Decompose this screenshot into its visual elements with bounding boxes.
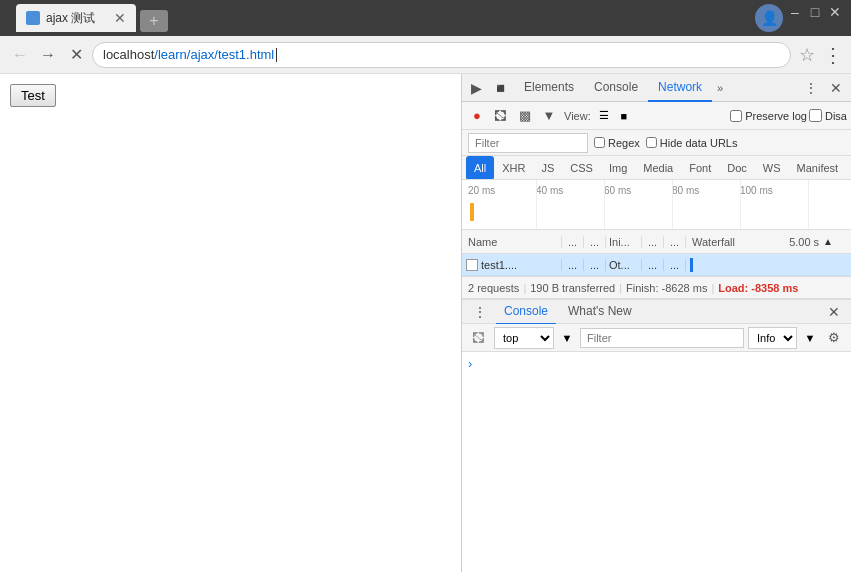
type-tab-other[interactable]: Other bbox=[846, 156, 851, 180]
browser-tab[interactable]: ajax 测试 ✕ bbox=[16, 4, 136, 32]
tab-network[interactable]: Network bbox=[648, 74, 712, 102]
address-bar[interactable]: localhost/learn/ajax/test1.html bbox=[92, 42, 791, 68]
dt-table-header: Name ... ... Ini... ... ... Waterfall 5.… bbox=[462, 230, 851, 254]
console-chevron[interactable]: › bbox=[468, 356, 472, 371]
sort-arrow: ▲ bbox=[823, 236, 833, 247]
th-waterfall: Waterfall 5.00 s ▲ bbox=[686, 236, 839, 248]
tab-favicon bbox=[26, 11, 40, 25]
status-sep1: | bbox=[523, 282, 526, 294]
file-icon bbox=[466, 259, 478, 271]
menu-button[interactable]: ⋮ bbox=[823, 43, 843, 67]
dt-clear-button[interactable]: ⛞ bbox=[490, 105, 512, 127]
td-d4: ... bbox=[664, 259, 686, 271]
main-area: Test http://blog.csdn.net/lmk6...berg ▶ … bbox=[0, 74, 851, 572]
browser-window: ajax 测试 ✕ + 👤 – □ ✕ ← → ✕ localhost/lear… bbox=[0, 0, 851, 572]
tab-elements[interactable]: Elements bbox=[514, 74, 584, 102]
th-ini: Ini... bbox=[606, 236, 642, 248]
hide-data-urls-option[interactable]: Hide data URLs bbox=[646, 137, 738, 149]
devtools-header: ▶ ◾ Elements Console Network » ⋮ ✕ bbox=[462, 74, 851, 102]
test-button[interactable]: Test bbox=[10, 84, 56, 107]
close-button[interactable]: ✕ bbox=[827, 4, 843, 20]
disable-cache-checkbox[interactable] bbox=[809, 109, 822, 122]
status-load: Load: -8358 ms bbox=[718, 282, 798, 294]
devtools-panel: ▶ ◾ Elements Console Network » ⋮ ✕ bbox=[461, 74, 851, 572]
dt-camera-button[interactable]: ▩ bbox=[514, 105, 536, 127]
td-waterfall bbox=[686, 258, 839, 272]
dt-settings-icon[interactable]: ⋮ bbox=[799, 78, 823, 98]
type-tab-xhr[interactable]: XHR bbox=[494, 156, 533, 180]
status-finish: Finish: -8628 ms bbox=[626, 282, 707, 294]
tab-close-button[interactable]: ✕ bbox=[114, 10, 126, 26]
td-d3: ... bbox=[642, 259, 664, 271]
context-select[interactable]: top bbox=[494, 327, 554, 349]
dt-select-icon[interactable]: ▶ bbox=[466, 78, 487, 98]
regex-checkbox[interactable] bbox=[594, 137, 605, 148]
minimize-button[interactable]: – bbox=[787, 4, 803, 20]
dt-console-body: › bbox=[462, 352, 851, 572]
type-tab-ws[interactable]: WS bbox=[755, 156, 789, 180]
dt-console-clear-icon[interactable]: ⛞ bbox=[468, 327, 490, 349]
preserve-log-checkbox[interactable] bbox=[730, 110, 742, 122]
table-row[interactable]: test1.... ... ... Ot... ... ... bbox=[462, 254, 851, 276]
type-tab-js[interactable]: JS bbox=[533, 156, 562, 180]
view-icons: ☰ ■ bbox=[595, 107, 633, 125]
dt-record-button[interactable]: ● bbox=[466, 105, 488, 127]
filter-input[interactable] bbox=[468, 133, 588, 153]
th-dots3: ... bbox=[642, 236, 664, 248]
preserve-log-label[interactable]: Preserve log bbox=[730, 110, 807, 122]
type-tab-media[interactable]: Media bbox=[635, 156, 681, 180]
td-d2: ... bbox=[584, 259, 606, 271]
dt-device-icon[interactable]: ◾ bbox=[487, 78, 514, 98]
status-sep2: | bbox=[619, 282, 622, 294]
dt-network-toolbar: ● ⛞ ▩ ▼ View: ☰ ■ Preserve log Disa bbox=[462, 102, 851, 130]
th-dots1: ... bbox=[562, 236, 584, 248]
nav-bar: ← → ✕ localhost/learn/ajax/test1.html ☆ … bbox=[0, 36, 851, 74]
title-bar: ajax 测试 ✕ + 👤 – □ ✕ bbox=[0, 0, 851, 36]
context-dropdown-icon[interactable]: ▼ bbox=[558, 329, 576, 347]
dt-header-controls: ⋮ ✕ bbox=[799, 78, 847, 98]
url-scheme: localhost bbox=[103, 47, 154, 62]
dt-close-icon[interactable]: ✕ bbox=[825, 78, 847, 98]
back-button[interactable]: ← bbox=[8, 43, 32, 67]
dt-timeline: 20 ms 40 ms 60 ms 80 ms 100 ms bbox=[462, 180, 851, 230]
view-waterfall-icon[interactable]: ■ bbox=[615, 107, 633, 125]
info-select[interactable]: Info bbox=[748, 327, 797, 349]
type-tab-font[interactable]: Font bbox=[681, 156, 719, 180]
disable-cache-label[interactable]: Disa bbox=[809, 109, 847, 122]
type-tab-all[interactable]: All bbox=[466, 156, 494, 180]
profile-button[interactable]: 👤 bbox=[755, 4, 783, 32]
type-tab-doc[interactable]: Doc bbox=[719, 156, 755, 180]
dt-console-settings-icon[interactable]: ⚙ bbox=[823, 327, 845, 349]
console-tab-console[interactable]: Console bbox=[496, 299, 556, 325]
console-filter-input[interactable] bbox=[580, 328, 744, 348]
type-tab-img[interactable]: Img bbox=[601, 156, 635, 180]
dt-more-tabs[interactable]: » bbox=[712, 82, 728, 94]
view-list-icon[interactable]: ☰ bbox=[595, 107, 613, 125]
dt-filter-bar: Regex Hide data URLs bbox=[462, 130, 851, 156]
status-requests: 2 requests bbox=[468, 282, 519, 294]
new-tab-button[interactable]: + bbox=[140, 10, 168, 32]
forward-button[interactable]: → bbox=[36, 43, 60, 67]
hide-data-urls-checkbox[interactable] bbox=[646, 137, 657, 148]
info-dropdown-icon[interactable]: ▼ bbox=[801, 329, 819, 347]
reload-button[interactable]: ✕ bbox=[64, 43, 88, 67]
td-type: Ot... bbox=[606, 259, 642, 271]
th-name: Name bbox=[462, 236, 562, 248]
dt-filter-icon[interactable]: ▼ bbox=[538, 105, 560, 127]
th-dots2: ... bbox=[584, 236, 606, 248]
type-tab-manifest[interactable]: Manifest bbox=[789, 156, 847, 180]
page-content: Test http://blog.csdn.net/lmk6...berg bbox=[0, 74, 461, 572]
console-tab-whatsnew[interactable]: What's New bbox=[560, 299, 640, 325]
maximize-button[interactable]: □ bbox=[807, 4, 823, 20]
dt-console-close-icon[interactable]: ✕ bbox=[823, 302, 845, 322]
dt-type-tabs: All XHR JS CSS Img Media Font Doc WS Man… bbox=[462, 156, 851, 180]
dt-console-dots[interactable]: ⋮ bbox=[468, 302, 492, 322]
regex-option[interactable]: Regex bbox=[594, 137, 640, 149]
type-tab-css[interactable]: CSS bbox=[562, 156, 601, 180]
tab-console[interactable]: Console bbox=[584, 74, 648, 102]
dt-console-toolbar: ⛞ top ▼ Info ▼ ⚙ bbox=[462, 324, 851, 352]
tab-group: ajax 测试 ✕ + bbox=[16, 4, 168, 32]
waterfall-bar bbox=[690, 258, 693, 272]
td-name: test1.... bbox=[462, 259, 562, 271]
bookmark-button[interactable]: ☆ bbox=[799, 44, 815, 66]
